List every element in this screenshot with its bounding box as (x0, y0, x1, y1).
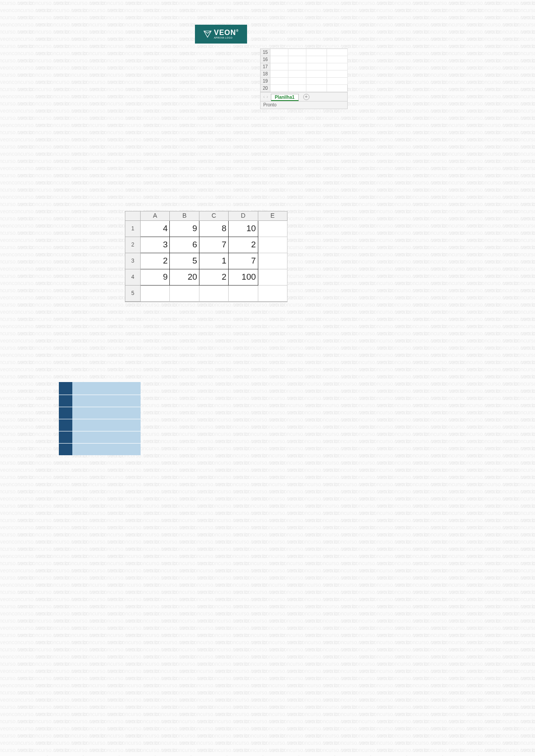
cell-c3[interactable]: 1 (199, 253, 229, 269)
cell-a5[interactable] (141, 286, 170, 302)
cell-e4[interactable] (258, 269, 287, 286)
cell[interactable] (270, 49, 288, 56)
table-cell-header (59, 382, 72, 395)
cell-a3[interactable]: 2 (141, 253, 170, 269)
cell[interactable] (327, 70, 348, 78)
cell[interactable] (270, 63, 288, 70)
logo-triangle-icon (203, 30, 212, 38)
worksheet-rows: 15 16 17 18 19 20 (261, 49, 347, 92)
col-header-e[interactable]: E (258, 211, 287, 221)
row-header-4[interactable]: 4 (125, 269, 141, 286)
table-cell (72, 382, 141, 395)
cell[interactable] (327, 49, 348, 56)
sheet-nav: ‹ › (261, 94, 271, 99)
col-header-b[interactable]: B (170, 211, 199, 221)
spreadsheet-grid: A B C D E 1 4 9 8 10 2 3 6 7 2 3 2 5 1 7… (125, 211, 287, 302)
table-cell-header (59, 407, 72, 419)
cell[interactable] (270, 78, 288, 85)
table-cell (72, 444, 141, 455)
cell-d1[interactable]: 10 (229, 221, 258, 237)
table-cell (72, 419, 141, 431)
logo-tagline: APROVA LOGO (214, 37, 233, 39)
cell[interactable] (288, 63, 306, 70)
cell[interactable] (327, 85, 348, 92)
table-cell (72, 395, 141, 407)
cell-d3[interactable]: 7 (229, 253, 258, 269)
cell-d2[interactable]: 2 (229, 237, 258, 253)
logo-brand: VEON (214, 29, 236, 36)
cell-a2[interactable]: 3 (141, 237, 170, 253)
table-row (59, 395, 141, 407)
cell-c5[interactable] (199, 286, 229, 302)
col-header-a[interactable]: A (141, 211, 170, 221)
cell-e2[interactable] (258, 237, 287, 253)
table-cell (72, 431, 141, 443)
cell-b1[interactable]: 9 (170, 221, 199, 237)
cell-c1[interactable]: 8 (199, 221, 229, 237)
row-header-5[interactable]: 5 (125, 286, 141, 302)
cell[interactable] (327, 63, 348, 70)
table-row (59, 431, 141, 443)
cell[interactable] (306, 49, 327, 56)
cell-b3[interactable]: 5 (170, 253, 199, 269)
cell-c2[interactable]: 7 (199, 237, 229, 253)
logo-trademark: ® (236, 29, 239, 32)
cell[interactable] (327, 56, 348, 63)
cell-e1[interactable] (258, 221, 287, 237)
cell-a4[interactable]: 9 (141, 269, 170, 286)
row-header[interactable]: 15 (261, 49, 270, 56)
cell[interactable] (288, 85, 306, 92)
cell[interactable] (306, 78, 327, 85)
cell[interactable] (270, 70, 288, 78)
spreadsheet-main: A B C D E 1 4 9 8 10 2 3 6 7 2 3 2 5 1 7… (125, 211, 287, 302)
select-all-corner[interactable] (125, 211, 141, 221)
row-header-1[interactable]: 1 (125, 221, 141, 237)
sheet-tabs-bar: ‹ › Planilha1 + (261, 92, 347, 101)
table-cell-header (59, 431, 72, 443)
table-cell-header (59, 444, 72, 455)
cell-e5[interactable] (258, 286, 287, 302)
cell[interactable] (288, 78, 306, 85)
cell[interactable] (270, 85, 288, 92)
add-sheet-button[interactable]: + (303, 94, 310, 100)
cell[interactable] (306, 63, 327, 70)
table-cell-header (59, 395, 72, 407)
worksheet-bottom-snippet: 15 16 17 18 19 20 ‹ › Planilha1 + Pronto (260, 48, 348, 109)
cell-b5[interactable] (170, 286, 199, 302)
row-header[interactable]: 17 (261, 63, 270, 70)
cell-c4[interactable]: 2 (199, 269, 229, 286)
cell[interactable] (306, 85, 327, 92)
watermark-layer: veonconcurso.com.brveonconcurso.com.brve… (0, 0, 535, 756)
table-cell (72, 407, 141, 419)
cell[interactable] (288, 49, 306, 56)
cell-a1[interactable]: 4 (141, 221, 170, 237)
cell-b2[interactable]: 6 (170, 237, 199, 253)
cell-d4[interactable]: 100 (229, 269, 258, 286)
logo-text: VEON® APROVA LOGO (214, 29, 239, 39)
cell[interactable] (327, 78, 348, 85)
sheet-tab-active[interactable]: Planilha1 (271, 94, 299, 101)
col-header-c[interactable]: C (199, 211, 229, 221)
table-row (59, 407, 141, 419)
row-header-2[interactable]: 2 (125, 237, 141, 253)
row-header-3[interactable]: 3 (125, 253, 141, 269)
cell[interactable] (270, 56, 288, 63)
table-row (59, 419, 141, 431)
brand-logo: VEON® APROVA LOGO (195, 25, 247, 44)
table-cell-header (59, 419, 72, 431)
row-header[interactable]: 20 (261, 85, 270, 92)
table-row (59, 382, 141, 395)
cell[interactable] (288, 56, 306, 63)
cell[interactable] (306, 56, 327, 63)
row-header[interactable]: 19 (261, 78, 270, 85)
sheet-nav-next-icon[interactable]: › (266, 94, 268, 99)
sheet-nav-prev-icon[interactable]: ‹ (263, 94, 265, 99)
cell-e3[interactable] (258, 253, 287, 269)
col-header-d[interactable]: D (229, 211, 258, 221)
row-header[interactable]: 18 (261, 70, 270, 78)
cell-d5[interactable] (229, 286, 258, 302)
row-header[interactable]: 16 (261, 56, 270, 63)
cell[interactable] (288, 70, 306, 78)
cell-b4[interactable]: 20 (170, 269, 199, 286)
cell[interactable] (306, 70, 327, 78)
